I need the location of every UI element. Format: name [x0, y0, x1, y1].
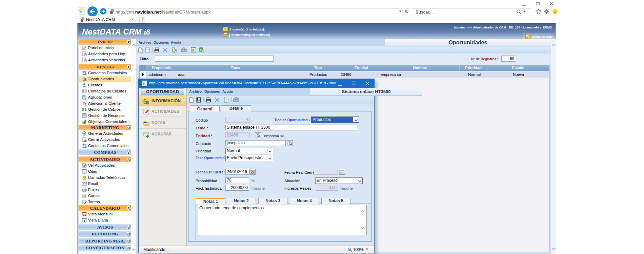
svg-text:1: 1 [84, 219, 85, 223]
svg-text:$: $ [82, 107, 85, 112]
svg-text:31: 31 [83, 213, 86, 216]
svg-text:X: X [192, 48, 195, 52]
svg-text:$: $ [146, 100, 149, 105]
svg-text:$: $ [84, 78, 86, 81]
